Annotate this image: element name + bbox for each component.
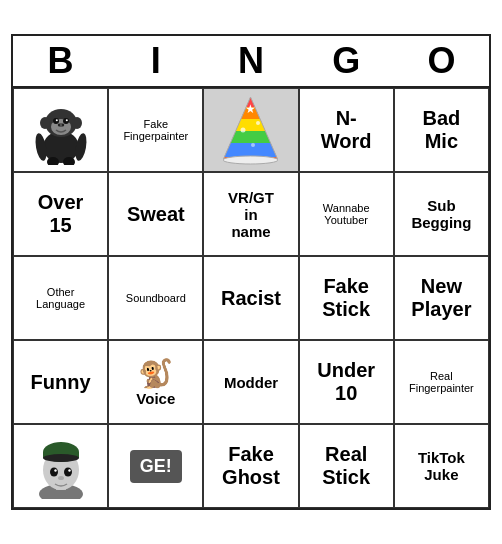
svg-point-38 bbox=[68, 469, 70, 471]
svg-rect-20 bbox=[223, 119, 278, 131]
cell-r5c3-text: FakeGhost bbox=[222, 443, 280, 489]
cell-r3c3-text: Racist bbox=[221, 287, 281, 310]
header-i: I bbox=[108, 36, 203, 86]
cell-r3c2[interactable]: Soundboard bbox=[108, 256, 203, 340]
cell-r5c3[interactable]: FakeGhost bbox=[203, 424, 298, 508]
cell-r2c5-text: SubBegging bbox=[411, 197, 471, 231]
party-hat-icon: ★ bbox=[223, 95, 278, 165]
svg-text:★: ★ bbox=[245, 102, 256, 116]
cell-r1c2-text: FakeFingerpainter bbox=[123, 118, 188, 142]
svg-rect-22 bbox=[223, 143, 278, 157]
avatar-icon bbox=[31, 434, 91, 499]
cell-r4c3-text: Modder bbox=[224, 374, 278, 391]
cell-r4c3[interactable]: Modder bbox=[203, 340, 298, 424]
cell-r4c4-text: Under10 bbox=[317, 359, 375, 405]
cell-r5c4-text: RealStick bbox=[322, 443, 370, 489]
cell-r5c2[interactable]: GE! bbox=[108, 424, 203, 508]
gorilla-icon bbox=[31, 95, 91, 165]
cell-r2c1-text: Over15 bbox=[38, 191, 84, 237]
cell-r3c1-text: OtherLanguage bbox=[36, 286, 85, 310]
cell-r1c5[interactable]: BadMic bbox=[394, 88, 489, 172]
bingo-header: B I N G O bbox=[13, 36, 489, 86]
svg-point-8 bbox=[65, 119, 67, 121]
svg-point-24 bbox=[223, 156, 278, 164]
cell-r3c3[interactable]: Racist bbox=[203, 256, 298, 340]
svg-point-3 bbox=[72, 117, 82, 129]
cell-r5c5-text: TikTokJuke bbox=[418, 449, 465, 483]
svg-point-10 bbox=[57, 124, 59, 126]
cell-r2c5[interactable]: SubBegging bbox=[394, 172, 489, 256]
cell-r3c5-text: NewPlayer bbox=[411, 275, 471, 321]
cell-r3c5[interactable]: NewPlayer bbox=[394, 256, 489, 340]
svg-point-5 bbox=[53, 118, 59, 124]
cell-r3c1[interactable]: OtherLanguage bbox=[13, 256, 108, 340]
bingo-card: B I N G O bbox=[11, 34, 491, 510]
cell-r4c1-text: Funny bbox=[31, 371, 91, 394]
cell-r2c3-text: VR/GTinname bbox=[228, 189, 274, 240]
cell-r1c2[interactable]: FakeFingerpainter bbox=[108, 88, 203, 172]
cell-r1c4-text: N-Word bbox=[321, 107, 372, 153]
cell-r4c5-text: RealFingerpainter bbox=[409, 370, 474, 394]
cell-r3c2-text: Soundboard bbox=[126, 292, 186, 304]
cell-r2c2-text: Sweat bbox=[127, 203, 185, 226]
cell-r2c2[interactable]: Sweat bbox=[108, 172, 203, 256]
header-g: G bbox=[299, 36, 394, 86]
cell-r1c5-text: BadMic bbox=[422, 107, 460, 153]
svg-point-7 bbox=[55, 119, 57, 121]
svg-point-26 bbox=[241, 128, 246, 133]
monkey-icon: 🐒 bbox=[138, 357, 173, 390]
svg-point-35 bbox=[50, 467, 58, 476]
cell-r5c1[interactable] bbox=[13, 424, 108, 508]
cell-r1c4[interactable]: N-Word bbox=[299, 88, 394, 172]
header-o: O bbox=[394, 36, 489, 86]
cell-r3c4-text: FakeStick bbox=[322, 275, 370, 321]
cell-r5c4[interactable]: RealStick bbox=[299, 424, 394, 508]
cell-r4c1[interactable]: Funny bbox=[13, 340, 108, 424]
cell-r4c5[interactable]: RealFingerpainter bbox=[394, 340, 489, 424]
svg-point-39 bbox=[58, 476, 64, 480]
header-b: B bbox=[13, 36, 108, 86]
svg-point-34 bbox=[43, 454, 79, 462]
cell-r1c3[interactable]: ★ bbox=[203, 88, 298, 172]
cell-r1c1[interactable] bbox=[13, 88, 108, 172]
cell-r5c5[interactable]: TikTokJuke bbox=[394, 424, 489, 508]
cell-r2c4[interactable]: WannabeYoutuber bbox=[299, 172, 394, 256]
cell-r2c3[interactable]: VR/GTinname bbox=[203, 172, 298, 256]
svg-point-36 bbox=[64, 467, 72, 476]
bingo-grid: FakeFingerpainter bbox=[13, 86, 489, 508]
cell-r3c4[interactable]: FakeStick bbox=[299, 256, 394, 340]
svg-point-6 bbox=[63, 118, 69, 124]
cell-r2c1[interactable]: Over15 bbox=[13, 172, 108, 256]
svg-point-2 bbox=[40, 117, 50, 129]
header-n: N bbox=[203, 36, 298, 86]
cell-r4c2[interactable]: 🐒 Voice bbox=[108, 340, 203, 424]
cell-r2c4-text: WannabeYoutuber bbox=[323, 202, 370, 226]
svg-point-27 bbox=[256, 121, 260, 125]
cell-r4c2-text: Voice bbox=[136, 390, 175, 407]
cell-r4c4[interactable]: Under10 bbox=[299, 340, 394, 424]
ge-block-icon: GE! bbox=[130, 450, 182, 483]
svg-point-37 bbox=[54, 469, 56, 471]
svg-point-28 bbox=[251, 143, 255, 147]
svg-point-11 bbox=[61, 124, 63, 126]
